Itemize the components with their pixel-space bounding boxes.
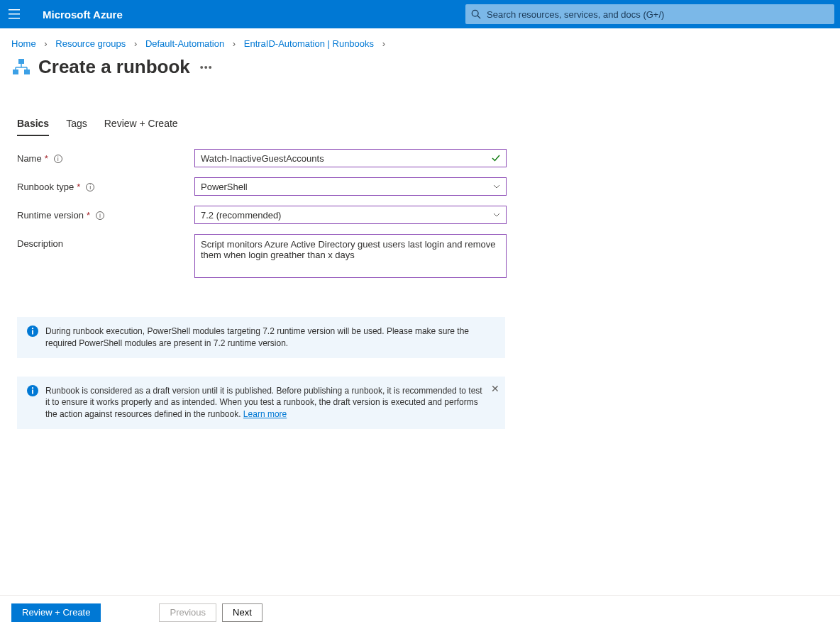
type-label: Runbook type * i	[17, 177, 194, 192]
more-actions-button[interactable]: •••	[200, 62, 213, 73]
info-icon[interactable]: i	[86, 183, 94, 191]
close-icon[interactable]: ✕	[491, 382, 499, 396]
svg-rect-13	[32, 330, 33, 335]
name-input[interactable]	[194, 149, 507, 167]
svg-rect-1	[9, 13, 20, 15]
footer-actions: Review + Create Previous Next	[0, 595, 840, 629]
draft-info-text: Runbook is considered as a draft version…	[45, 385, 484, 421]
description-label: Description	[17, 234, 194, 249]
global-search[interactable]	[465, 4, 834, 24]
breadcrumb: Home › Resource groups › Default-Automat…	[0, 28, 840, 53]
required-indicator: *	[45, 153, 48, 164]
breadcrumb-entraid-automation[interactable]: EntraID-Automation | Runbooks	[244, 38, 374, 49]
info-icon[interactable]: i	[54, 155, 62, 163]
svg-rect-0	[9, 9, 20, 11]
description-label-text: Description	[17, 238, 63, 249]
chevron-right-icon: ›	[382, 38, 385, 49]
info-icon[interactable]: i	[96, 211, 104, 220]
svg-point-3	[472, 10, 478, 16]
hamburger-menu-button[interactable]	[0, 0, 28, 28]
name-label-text: Name	[17, 153, 42, 164]
review-create-button[interactable]: Review + Create	[11, 603, 101, 622]
page-title: Create a runbook	[38, 56, 190, 78]
tab-tags[interactable]: Tags	[66, 113, 87, 136]
runtime-version-select[interactable]	[194, 206, 507, 224]
chevron-right-icon: ›	[44, 38, 47, 49]
runtime-info-text: During runbook execution, PowerShell mod…	[45, 325, 484, 350]
svg-rect-6	[13, 69, 18, 74]
description-textarea[interactable]	[194, 234, 507, 278]
runtime-label: Runtime version * i	[17, 206, 194, 221]
name-label: Name * i	[17, 149, 194, 164]
breadcrumb-default-automation[interactable]: Default-Automation	[145, 38, 224, 49]
breadcrumb-home[interactable]: Home	[11, 38, 36, 49]
next-button[interactable]: Next	[222, 603, 262, 622]
chevron-right-icon: ›	[134, 38, 137, 49]
runbook-type-select[interactable]	[194, 177, 507, 196]
draft-info-banner: Runbook is considered as a draft version…	[17, 377, 505, 429]
previous-button: Previous	[159, 603, 216, 622]
global-search-input[interactable]	[487, 9, 829, 20]
svg-rect-7	[24, 69, 30, 74]
svg-point-14	[32, 328, 33, 329]
info-icon	[27, 325, 38, 337]
runtime-label-text: Runtime version	[17, 210, 84, 221]
info-icon	[27, 385, 38, 396]
breadcrumb-resource-groups[interactable]: Resource groups	[55, 38, 126, 49]
required-indicator: *	[87, 210, 90, 221]
svg-line-4	[477, 16, 480, 18]
svg-rect-2	[9, 18, 20, 19]
runbook-icon	[11, 57, 31, 77]
search-icon	[471, 9, 481, 19]
topbar: Microsoft Azure	[0, 0, 840, 28]
type-label-text: Runbook type	[17, 182, 74, 192]
hamburger-icon	[9, 9, 20, 19]
learn-more-link[interactable]: Learn more	[243, 409, 287, 419]
tab-review-create[interactable]: Review + Create	[104, 113, 178, 136]
chevron-right-icon: ›	[233, 38, 236, 49]
svg-point-17	[32, 387, 33, 389]
svg-rect-16	[32, 389, 33, 394]
tab-basics[interactable]: Basics	[17, 113, 49, 136]
svg-rect-5	[18, 59, 24, 64]
required-indicator: *	[77, 182, 80, 192]
brand-label: Microsoft Azure	[43, 9, 123, 21]
page-header: Create a runbook •••	[0, 53, 840, 92]
form-basics: Name * i Runbook type * i Runtime versio…	[0, 136, 840, 303]
runtime-info-banner: During runbook execution, PowerShell mod…	[17, 317, 505, 358]
tabs: Basics Tags Review + Create	[0, 113, 840, 136]
